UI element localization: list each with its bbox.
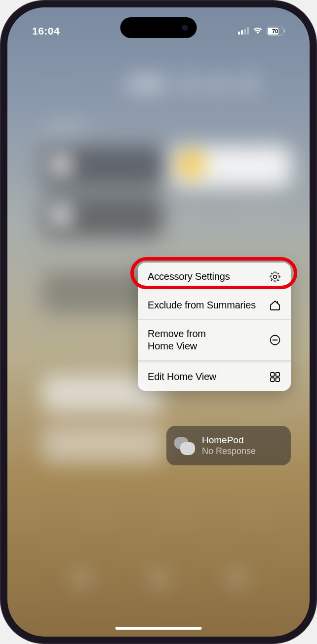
phone-device-frame: 16:04 70: [0, 0, 317, 644]
accessory-name: HomePod: [202, 435, 256, 446]
home-icon: [269, 300, 281, 311]
menu-item-exclude-summaries[interactable]: Exclude from Summaries: [138, 291, 291, 320]
svg-rect-7: [276, 378, 280, 381]
screen: 16:04 70: [7, 7, 310, 637]
svg-point-0: [274, 275, 277, 278]
menu-item-edit-home-view[interactable]: Edit Home View: [138, 361, 291, 391]
minus-circle-icon: [269, 334, 281, 346]
menu-label: Edit Home View: [148, 371, 216, 383]
cellular-icon: [238, 27, 249, 35]
menu-item-remove-home-view[interactable]: Remove from Home View: [138, 320, 291, 361]
menu-item-accessory-settings[interactable]: Accessory Settings: [138, 263, 291, 291]
gear-icon: [269, 271, 281, 283]
menu-label: Accessory Settings: [148, 270, 230, 283]
accessory-status: No Response: [202, 446, 256, 456]
battery-indicator: 70: [267, 27, 285, 36]
svg-rect-5: [276, 373, 280, 377]
home-indicator[interactable]: [116, 627, 202, 630]
grid-icon: [269, 371, 281, 383]
svg-rect-4: [271, 373, 275, 377]
wifi-icon: [253, 27, 263, 35]
context-menu: Accessory Settings Exclude from Summarie…: [138, 263, 291, 391]
menu-label: Exclude from Summaries: [148, 299, 256, 311]
status-time: 16:04: [32, 25, 60, 37]
dynamic-island: [120, 17, 197, 38]
accessory-tile-homepod[interactable]: HomePod No Response: [166, 426, 291, 465]
homepod-icon: [174, 435, 195, 456]
menu-label: Remove from Home View: [148, 328, 206, 352]
svg-rect-6: [271, 378, 275, 381]
